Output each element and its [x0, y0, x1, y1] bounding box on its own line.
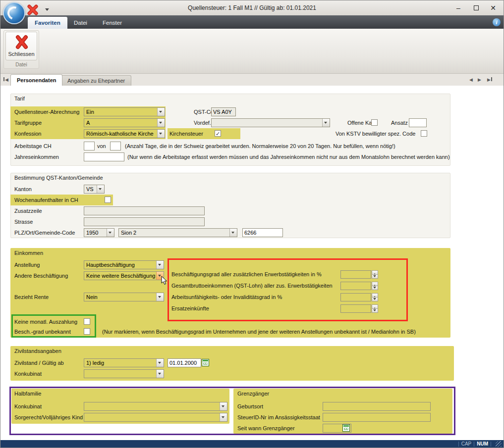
konfession-select[interactable]: Römisch-katholische Kirche	[84, 129, 165, 138]
maximize-button[interactable]	[468, 0, 485, 15]
ersatzeinkuenfte-field[interactable]	[340, 304, 371, 313]
abrechnung-label: Quellensteuer-Abrechnung	[14, 106, 79, 117]
chevron-down-icon[interactable]	[156, 261, 164, 269]
chevron-down-icon[interactable]	[220, 413, 227, 421]
anstellung-select[interactable]: Hauptbeschäftigung	[84, 260, 164, 269]
gesamtbrutto-spinner[interactable]	[340, 282, 378, 290]
minimize-button[interactable]: –	[450, 0, 467, 15]
geburtsort-field[interactable]	[323, 402, 431, 411]
zivilstand-label: Zivilstand / Gültig ab	[14, 357, 64, 368]
chevron-down-icon[interactable]	[322, 119, 330, 127]
kstv-checkbox[interactable]	[421, 130, 427, 137]
arbeitstage-field[interactable]	[84, 142, 95, 150]
jahreseinkommen-label: Jahreseinkommen	[14, 151, 59, 162]
maximize-icon	[474, 5, 479, 10]
steuerid-field[interactable]	[323, 413, 431, 422]
chevron-down-icon[interactable]	[157, 108, 165, 116]
caps-lock-indicator: CAP	[461, 441, 472, 447]
jahreseinkommen-hint: (Nur wenn die Arbeitstage erfasst werden…	[127, 151, 450, 162]
bestimmung-caption: Bestimmung QST-Kanton/Gemeinde	[14, 175, 103, 181]
ersatzeinkuenfte-label: Ersatzeinkünfte	[171, 303, 209, 314]
keine-auszahlung-checkbox[interactable]	[84, 318, 90, 325]
calendar-icon[interactable]	[342, 424, 350, 432]
close-button[interactable]: ✕	[485, 0, 502, 15]
invaliditaet-spinner[interactable]	[340, 293, 378, 301]
tarif-caption: Tarif	[14, 96, 25, 101]
ort-select[interactable]: Sion 2	[118, 228, 237, 237]
spin-down-icon[interactable]	[372, 286, 378, 290]
schliessen-button-label: Schliessen	[6, 51, 37, 57]
jahreseinkommen-field[interactable]	[84, 152, 124, 161]
tab-scroll-prev-icon[interactable]: ◀	[469, 76, 473, 83]
bezieht-rente-value: Nein	[86, 294, 98, 300]
invaliditaet-label: Arbeitsunfähigkeits- oder Invaliditätsgr…	[171, 292, 282, 302]
tab-ehepartner[interactable]: Angaben zu Ehepartner	[61, 75, 131, 86]
ribbon-tab-fenster[interactable]: Fenster	[96, 17, 129, 29]
ansatz-field[interactable]	[409, 118, 427, 127]
sorgerecht-select[interactable]	[84, 413, 227, 422]
beschgrad-spinner[interactable]	[340, 270, 378, 279]
tab-personendaten[interactable]: Personendaten	[10, 74, 62, 86]
beschgrad-unbekannt-checkbox[interactable]	[84, 328, 90, 335]
spin-down-icon[interactable]	[372, 274, 378, 279]
resize-grip[interactable]	[496, 441, 502, 447]
close-x-icon	[14, 34, 29, 51]
tab-scroll-first-icon[interactable]: ◀	[3, 76, 8, 83]
chevron-down-icon[interactable]	[156, 293, 164, 301]
zivilstand-konkubinat-select[interactable]	[84, 369, 164, 378]
chevron-down-icon[interactable]	[229, 229, 237, 237]
wochenaufenthalter-checkbox[interactable]	[105, 197, 111, 203]
gesamtbrutto-field[interactable]	[340, 282, 371, 290]
ribbon-group-caption: Datei	[3, 62, 39, 67]
gesamtbrutto-label: Gesamtbruttoeinkommen (QST-Lohn) aller z…	[171, 280, 333, 291]
andere-beschaeftigung-value: Keine weitere Beschäftigung	[86, 273, 155, 279]
tarifgruppe-select[interactable]: A	[84, 118, 165, 127]
strasse-field[interactable]	[84, 217, 205, 226]
gueltig-ab-date-field[interactable]: 01.01.2000	[168, 358, 201, 367]
zivilstand-select[interactable]: 1) ledig	[84, 358, 164, 367]
andere-beschaeftigung-select[interactable]: Keine weitere Beschäftigung	[84, 271, 164, 280]
zusatzzeile-label: Zusatzzeile	[14, 205, 42, 216]
spin-down-icon[interactable]	[372, 308, 378, 313]
application-window: Quellensteuer: 1 Fall M1 // Gültig ab: 0…	[0, 0, 504, 448]
num-lock-indicator: NUM	[477, 441, 488, 447]
chevron-down-icon[interactable]	[156, 370, 164, 378]
calendar-icon[interactable]	[202, 359, 209, 366]
halbfamilie-konkubinat-select[interactable]	[84, 402, 227, 411]
gemeinde-code-field[interactable]: 6266	[242, 228, 283, 237]
spin-down-icon[interactable]	[372, 297, 378, 301]
abrechnung-select[interactable]: Ein	[84, 107, 165, 116]
titlebar: Quellensteuer: 1 Fall M1 // Gültig ab: 0…	[0, 0, 504, 15]
konfession-label: Konfession	[14, 128, 41, 139]
beschgrad-field[interactable]	[340, 270, 371, 279]
einkommen-caption: Einkommen	[14, 250, 43, 256]
quick-close-icon[interactable]	[27, 4, 39, 16]
plz-select[interactable]: 1950	[84, 228, 114, 237]
tab-scroll-next-icon[interactable]: ▶	[478, 76, 481, 83]
chevron-down-icon[interactable]	[220, 402, 227, 410]
bezieht-rente-select[interactable]: Nein	[84, 293, 164, 301]
tab-scroll-last-icon[interactable]: ▶	[487, 76, 492, 83]
kirchensteuer-checkbox[interactable]: ✓	[215, 130, 221, 137]
arbeitstage-von-field[interactable]	[110, 142, 121, 150]
chevron-down-icon[interactable]	[157, 130, 165, 138]
qst-code-field[interactable]: VS A0Y	[211, 107, 236, 116]
ribbon-tab-favoriten[interactable]: Favoriten	[28, 17, 67, 29]
invaliditaet-field[interactable]	[340, 293, 371, 301]
app-logo-orb[interactable]	[3, 2, 25, 24]
kanton-label: Kanton	[14, 184, 32, 195]
vordef-kat-select[interactable]	[211, 118, 330, 127]
kanton-select[interactable]: VS	[84, 185, 105, 194]
chevron-down-icon[interactable]	[97, 185, 104, 193]
qat-customize-chevron-icon[interactable]	[45, 8, 49, 13]
ribbon-tab-datei[interactable]: Datei	[67, 17, 94, 29]
zusatzzeile-field[interactable]	[84, 206, 205, 215]
chevron-down-icon[interactable]	[107, 229, 114, 237]
ersatzeinkuenfte-spinner[interactable]	[340, 304, 378, 313]
chevron-down-icon[interactable]	[157, 119, 165, 127]
info-icon[interactable]: i	[493, 18, 501, 26]
plz-value: 1950	[86, 230, 98, 236]
offene-kat-checkbox[interactable]	[371, 119, 378, 126]
chevron-down-icon[interactable]	[156, 359, 164, 367]
schliessen-button[interactable]: Schliessen	[5, 32, 37, 60]
